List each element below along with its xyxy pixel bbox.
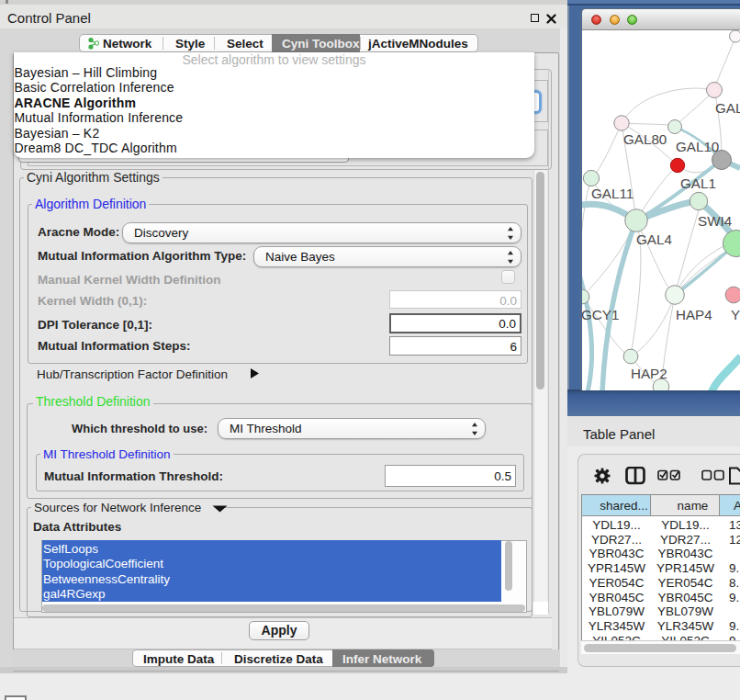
svg-text:GAL11: GAL11: [591, 186, 633, 201]
svg-text:GAL10: GAL10: [676, 139, 719, 154]
svg-text:GCY1: GCY1: [582, 307, 619, 322]
svg-text:GAL1: GAL1: [680, 175, 716, 191]
svg-text:HAP2: HAP2: [631, 366, 667, 381]
svg-text:GAL7: GAL7: [715, 100, 740, 116]
svg-text:HAP4: HAP4: [676, 307, 712, 322]
svg-text:GAL80: GAL80: [623, 131, 667, 147]
svg-text:YJ: YJ: [731, 307, 740, 322]
svg-text:SWI4: SWI4: [698, 213, 732, 229]
svg-text:GAL4: GAL4: [636, 231, 672, 247]
